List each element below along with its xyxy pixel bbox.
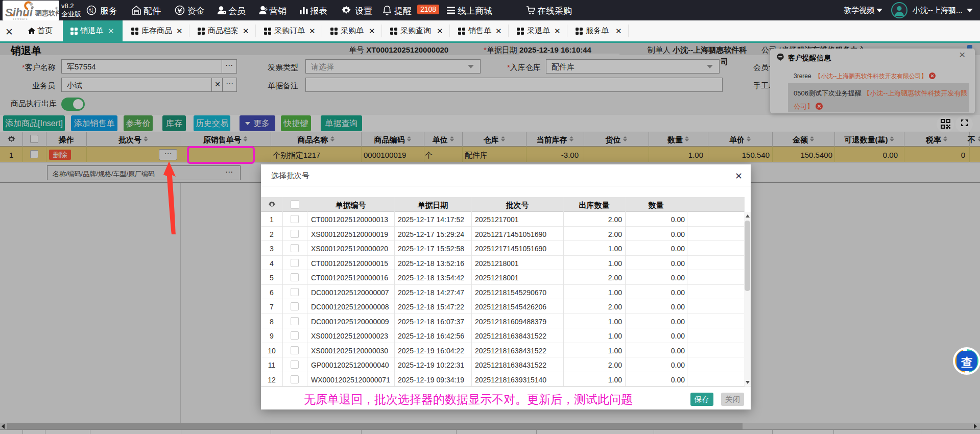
- svg-text:s o f t w a r e: s o f t w a r e: [13, 17, 28, 20]
- svg-text:特: 特: [89, 8, 94, 13]
- svg-text:®: ®: [55, 6, 58, 11]
